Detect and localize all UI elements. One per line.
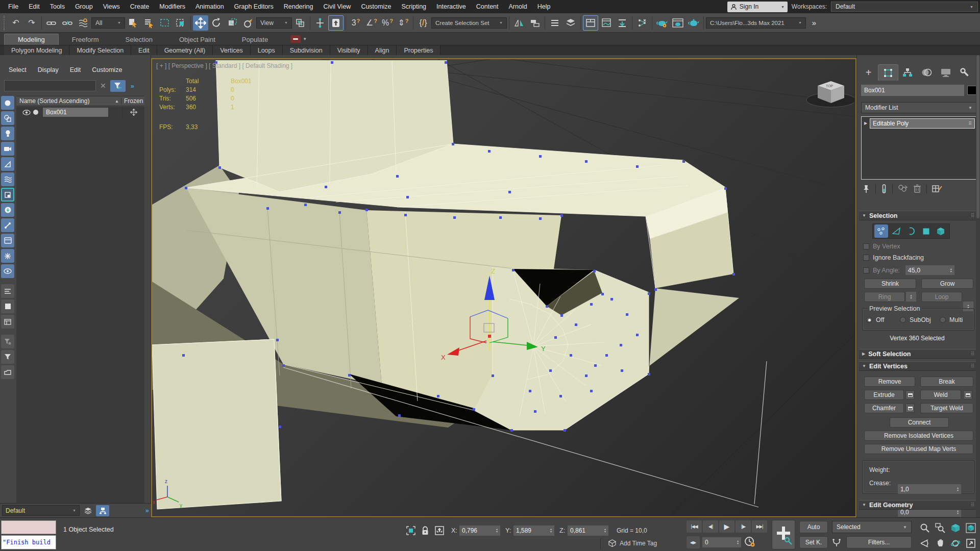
element-mode-icon[interactable] <box>934 224 948 238</box>
select-and-rotate-icon[interactable] <box>209 15 224 31</box>
use-pivot-center-icon[interactable] <box>292 15 308 31</box>
zoom-extents-all-icon[interactable] <box>964 521 977 535</box>
viewport-canvas[interactable]: Z X Y x y z TOP <box>152 59 854 515</box>
weld-settings-icon[interactable] <box>963 390 972 399</box>
menu-help[interactable]: Help <box>532 0 556 13</box>
toggle-containers-icon[interactable] <box>1 203 14 217</box>
by-vertex-checkbox[interactable]: By Vertex <box>863 243 900 250</box>
select-and-link-icon[interactable] <box>44 15 59 31</box>
tab-create-icon[interactable]: + <box>859 64 878 81</box>
viewcube[interactable]: TOP <box>806 81 854 107</box>
ribbon-config-icon[interactable] <box>290 35 301 43</box>
object-color-swatch[interactable] <box>967 86 976 95</box>
tab-motion-icon[interactable] <box>917 64 936 81</box>
vertex-mode-icon[interactable] <box>874 224 888 238</box>
section-modify-selection[interactable]: Modify Selection <box>69 45 131 55</box>
select-object-icon[interactable] <box>126 15 141 31</box>
menu-rendering[interactable]: Rendering <box>279 0 318 13</box>
frozen-toggle-icon[interactable] <box>130 109 137 116</box>
toggle-all-icon[interactable] <box>1 188 14 202</box>
section-edit[interactable]: Edit <box>131 45 157 55</box>
section-geometry-all[interactable]: Geometry (All) <box>157 45 213 55</box>
column-name[interactable]: Name (Sorted Ascending) ▲ <box>16 97 121 105</box>
window-crossing-toggle-icon[interactable] <box>173 15 188 31</box>
modifier-list-dropdown[interactable]: Modifier List ▼ <box>861 102 976 113</box>
rollout-edit-geometry[interactable]: ▼Edit Geometry ⠿ <box>859 500 976 510</box>
tab-populate[interactable]: Populate <box>229 34 281 45</box>
rollout-soft-selection[interactable]: ▶Soft Selection ⠿ <box>859 349 976 359</box>
explorer-row-box001[interactable]: Box001 <box>16 107 144 118</box>
ring-spinner[interactable]: ▴▾ <box>906 292 916 302</box>
menu-file[interactable]: File <box>3 0 23 13</box>
explorer-menu-display[interactable]: Display <box>32 66 64 73</box>
workspace-dropdown[interactable]: Default ▼ <box>831 2 978 12</box>
shrink-button[interactable]: Shrink <box>864 279 916 289</box>
section-visibility[interactable]: Visibility <box>330 45 368 55</box>
remove-isolated-vertices-button[interactable]: Remove Isolated Vertices <box>864 431 973 441</box>
undo-button[interactable]: ↶ <box>8 15 23 31</box>
tab-utilities-icon[interactable] <box>955 64 974 81</box>
section-properties[interactable]: Properties <box>397 45 440 55</box>
chamfer-button[interactable]: Chamfer <box>864 403 904 413</box>
make-unique-icon[interactable] <box>898 184 908 193</box>
tab-hierarchy-icon[interactable] <box>898 64 917 81</box>
target-weld-button[interactable]: Target Weld <box>920 403 973 413</box>
preview-multi-radio[interactable]: Multi <box>940 316 963 323</box>
active-layer-dropdown[interactable]: Default ▼ <box>2 505 80 516</box>
toggle-shapes-icon[interactable] <box>1 111 14 125</box>
next-frame-button[interactable]: ||▶ <box>736 520 751 533</box>
explorer-list[interactable]: Box001 <box>16 107 144 503</box>
command-panel-scrollbar[interactable] <box>976 55 980 517</box>
toggle-scene-explorer-icon[interactable] <box>547 15 562 31</box>
menu-scripting[interactable]: Scripting <box>396 0 431 13</box>
show-end-result-icon[interactable] <box>881 184 887 193</box>
menu-views[interactable]: Views <box>98 0 125 13</box>
loop-button[interactable]: Loop <box>921 292 962 302</box>
by-angle-checkbox[interactable]: By Angle: 45,0▴▾ <box>863 265 954 275</box>
tab-object-paint[interactable]: Object Paint <box>166 34 229 45</box>
isolate-selection-icon[interactable] <box>404 524 418 537</box>
y-coordinate-field[interactable]: 1,589▴▾ <box>513 525 554 536</box>
toggle-lights-icon[interactable] <box>1 127 14 140</box>
weld-button[interactable]: Weld <box>920 390 961 400</box>
rollout-edit-vertices[interactable]: ▼Edit Vertices ⠿ <box>859 361 976 371</box>
go-to-end-button[interactable]: ▶▶| <box>752 520 767 533</box>
filter-settings-icon[interactable] <box>1 335 14 348</box>
explorer-search-input[interactable] <box>4 80 96 91</box>
toggle-helpers-icon[interactable] <box>1 157 14 171</box>
explorer-menu-customize[interactable]: Customize <box>86 66 128 73</box>
schematic-view-icon[interactable] <box>634 15 650 31</box>
filter-funnel2-icon[interactable] <box>1 350 14 364</box>
filter-funnel-button[interactable] <box>110 80 126 92</box>
display-influences-icon[interactable] <box>96 505 109 516</box>
maxscript-mini-listener[interactable] <box>1 520 56 534</box>
explorer-scrollbar[interactable] <box>144 107 151 503</box>
toolbar-overflow-chevron[interactable]: » <box>806 15 822 31</box>
toggle-space-warps-icon[interactable] <box>1 172 14 186</box>
zoom-all-icon[interactable] <box>933 521 947 535</box>
menu-interactive[interactable]: Interactive <box>431 0 471 13</box>
selection-filter-dropdown[interactable]: All ▼ <box>91 17 125 29</box>
viewport-label[interactable]: [ + ] [ Perspective ] [ Standard ] [ Def… <box>156 62 292 69</box>
visibility-eye-icon[interactable] <box>22 110 31 115</box>
current-frame-field[interactable]: 0▴▾ <box>702 537 741 547</box>
key-mode-toggle[interactable]: ◀▶ <box>687 536 700 548</box>
section-subdivision[interactable]: Subdivision <box>283 45 330 55</box>
border-mode-icon[interactable] <box>904 224 918 238</box>
reference-coordinate-dropdown[interactable]: View ▼ <box>256 17 292 29</box>
explorer-detail-view-icon[interactable] <box>1 315 14 329</box>
menu-animation[interactable]: Animation <box>190 0 229 13</box>
select-and-scale-icon[interactable] <box>225 15 240 31</box>
explorer-menu-select[interactable]: Select <box>3 66 32 73</box>
section-vertices[interactable]: Vertices <box>213 45 250 55</box>
explorer-list-view-icon[interactable] <box>1 284 14 298</box>
explorer-blank-icon[interactable] <box>1 299 14 313</box>
menu-arnold[interactable]: Arnold <box>504 0 532 13</box>
tab-freeform[interactable]: Freeform <box>59 34 112 45</box>
section-loops[interactable]: Loops <box>251 45 283 55</box>
play-button[interactable]: ▶ <box>719 520 734 533</box>
toggle-cameras-icon[interactable] <box>1 142 14 156</box>
snap-toggle-3d-icon[interactable]: 3? <box>348 15 363 31</box>
absolute-offset-toggle-icon[interactable] <box>433 524 446 537</box>
pin-stack-icon[interactable] <box>862 184 870 193</box>
